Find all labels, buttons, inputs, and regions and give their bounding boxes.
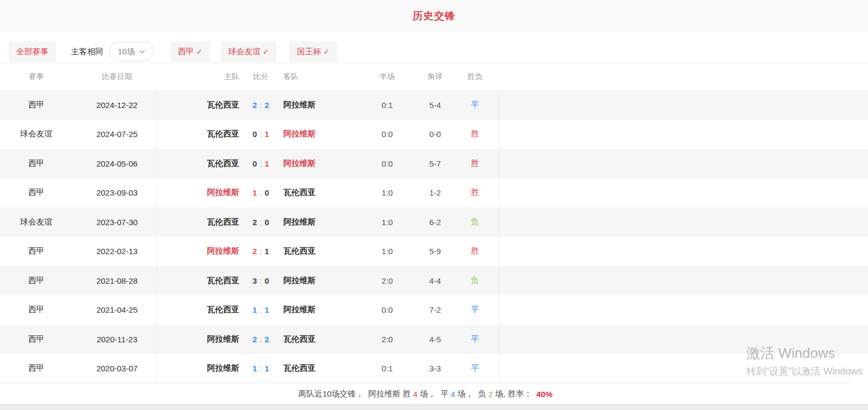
cell-result: 平 bbox=[451, 100, 499, 110]
match-count-dropdown[interactable]: 10场 bbox=[110, 42, 154, 61]
cell-away-team: 阿拉维斯 bbox=[282, 129, 355, 139]
cell-competition: 西甲 bbox=[0, 363, 73, 373]
cell-score: 0:1 bbox=[239, 159, 282, 168]
away-team-name: 瓦伦西亚 bbox=[283, 363, 316, 372]
home-score: 1 bbox=[253, 188, 257, 197]
table-row[interactable]: 西甲2021-08-28瓦伦西亚3:0阿拉维斯2:04-4负 bbox=[0, 266, 868, 296]
table-header-row: 赛事 比赛日期 主队 比分 客队 半场 角球 胜负 bbox=[0, 63, 868, 90]
cell-home-team: 瓦伦西亚 bbox=[161, 159, 239, 169]
cell-away-team: 瓦伦西亚 bbox=[282, 188, 355, 198]
away-score: 1 bbox=[265, 247, 269, 256]
filter-same-venue[interactable]: 主客相同 bbox=[71, 41, 103, 62]
cell-corners: 7-2 bbox=[419, 305, 451, 314]
home-team-name: 阿拉维斯 bbox=[207, 246, 239, 255]
home-score: 1 bbox=[253, 305, 257, 314]
home-score: 2 bbox=[253, 100, 257, 110]
cell-date: 2024-12-22 bbox=[73, 100, 161, 110]
table-row[interactable]: 西甲2020-03-07阿拉维斯1:1瓦伦西亚0:13-3平 bbox=[0, 354, 868, 384]
summary-segment: 场, 胜率： bbox=[493, 389, 536, 399]
cell-away-team: 阿拉维斯 bbox=[282, 305, 355, 315]
cell-score: 1:1 bbox=[239, 305, 282, 314]
score-colon: : bbox=[257, 159, 265, 168]
cell-competition: 球会友谊 bbox=[0, 217, 73, 227]
cell-halftime: 0:1 bbox=[355, 100, 419, 110]
cell-result: 平 bbox=[451, 363, 499, 373]
match-count-value: 10场 bbox=[118, 47, 135, 57]
cell-halftime: 1:0 bbox=[355, 188, 419, 197]
table-row[interactable]: 西甲2024-12-22瓦伦西亚2:2阿拉维斯0:15-4平 bbox=[0, 90, 868, 120]
filter-competition-laliga[interactable]: 西甲 ✓ bbox=[170, 41, 210, 62]
score-colon: : bbox=[257, 100, 265, 110]
cell-home-team: 瓦伦西亚 bbox=[161, 276, 239, 286]
cell-competition: 西甲 bbox=[0, 246, 73, 256]
filter-same-venue-label: 主客相同 bbox=[71, 47, 103, 57]
table-row[interactable]: 球会友谊2024-07-25瓦伦西亚0:1阿拉维斯0:00-0胜 bbox=[0, 120, 868, 149]
cell-score: 3:0 bbox=[239, 276, 282, 285]
score-colon: : bbox=[257, 218, 265, 227]
cell-score: 2:2 bbox=[239, 335, 282, 344]
cell-date: 2021-04-25 bbox=[73, 305, 161, 314]
home-score: 2 bbox=[253, 335, 257, 344]
score-colon: : bbox=[257, 130, 265, 139]
cell-away-team: 瓦伦西亚 bbox=[282, 334, 355, 344]
column-divider bbox=[156, 90, 157, 383]
cell-halftime: 0:0 bbox=[355, 159, 419, 168]
cell-corners: 4-4 bbox=[419, 276, 451, 285]
filter-bar: 全部赛事 主客相同 10场 西甲 ✓ 球会友谊 ✓ 国王杯 ✓ bbox=[0, 32, 868, 63]
away-team-name: 阿拉维斯 bbox=[283, 100, 316, 109]
filter-all-label: 全部赛事 bbox=[16, 47, 48, 57]
cell-home-team: 阿拉维斯 bbox=[161, 188, 239, 198]
cell-result: 平 bbox=[451, 305, 499, 315]
table-row[interactable]: 球会友谊2023-07-30瓦伦西亚2:0阿拉维斯1:06-2负 bbox=[0, 207, 868, 237]
cell-corners: 4-5 bbox=[419, 335, 451, 344]
away-score: 1 bbox=[265, 364, 269, 373]
section-header: 历史交锋 bbox=[0, 0, 868, 32]
cell-halftime: 0:1 bbox=[355, 364, 419, 373]
away-score: 0 bbox=[265, 188, 269, 197]
cell-away-team: 阿拉维斯 bbox=[282, 100, 355, 110]
filter-competition-friendly[interactable]: 球会友谊 ✓ bbox=[220, 41, 276, 62]
table-row[interactable]: 西甲2021-04-25瓦伦西亚1:1阿拉维斯0:07-2平 bbox=[0, 296, 868, 325]
away-score: 2 bbox=[265, 100, 269, 110]
col-header-result: 胜负 bbox=[451, 72, 499, 82]
h2h-table: 赛事 比赛日期 主队 比分 客队 半场 角球 胜负 西甲2024-12-22瓦伦… bbox=[0, 63, 868, 383]
home-team-name: 瓦伦西亚 bbox=[207, 305, 239, 314]
checkmark-icon: ✓ bbox=[323, 47, 330, 56]
score-colon: : bbox=[257, 188, 265, 197]
cell-date: 2022-02-13 bbox=[73, 247, 161, 256]
home-score: 0 bbox=[253, 130, 257, 139]
cell-home-team: 阿拉维斯 bbox=[161, 363, 239, 373]
cell-away-team: 阿拉维斯 bbox=[282, 159, 355, 169]
cell-halftime: 1:0 bbox=[355, 247, 419, 256]
score-colon: : bbox=[257, 276, 265, 285]
table-row[interactable]: 西甲2022-02-13阿拉维斯2:1瓦伦西亚1:05-9胜 bbox=[0, 237, 868, 267]
table-row[interactable]: 西甲2023-09-03阿拉维斯1:0瓦伦西亚1:01-2胜 bbox=[0, 178, 868, 208]
home-team-name: 瓦伦西亚 bbox=[207, 276, 239, 285]
away-score: 1 bbox=[265, 305, 269, 314]
filter-competition-copa[interactable]: 国王杯 ✓ bbox=[289, 41, 337, 62]
table-row[interactable]: 西甲2020-11-23阿拉维斯2:2瓦伦西亚2:04-5平 bbox=[0, 325, 868, 354]
cell-score: 2:2 bbox=[239, 100, 282, 110]
cell-corners: 1-2 bbox=[419, 188, 451, 197]
cell-score: 1:1 bbox=[239, 364, 282, 373]
chevron-down-icon bbox=[139, 48, 146, 55]
cell-competition: 西甲 bbox=[0, 276, 73, 286]
col-header-score: 比分 bbox=[239, 72, 282, 82]
cell-competition: 西甲 bbox=[0, 100, 73, 110]
summary-segment: 40% bbox=[536, 390, 552, 399]
table-row[interactable]: 西甲2024-05-06瓦伦西亚0:1阿拉维斯0:05-7胜 bbox=[0, 149, 868, 178]
cell-away-team: 阿拉维斯 bbox=[282, 217, 355, 227]
home-team-name: 阿拉维斯 bbox=[207, 363, 239, 372]
cell-corners: 5-4 bbox=[419, 100, 451, 110]
cell-home-team: 阿拉维斯 bbox=[161, 334, 239, 344]
cell-result: 胜 bbox=[451, 188, 499, 198]
cell-halftime: 2:0 bbox=[355, 276, 419, 285]
cell-corners: 3-3 bbox=[419, 364, 451, 373]
away-team-name: 阿拉维斯 bbox=[283, 159, 316, 168]
col-header-home: 主队 bbox=[161, 72, 239, 82]
home-team-name: 瓦伦西亚 bbox=[207, 217, 239, 226]
cell-corners: 0-0 bbox=[419, 130, 451, 139]
cell-competition: 西甲 bbox=[0, 159, 73, 169]
filter-all-competitions[interactable]: 全部赛事 bbox=[9, 41, 56, 62]
away-team-name: 瓦伦西亚 bbox=[283, 246, 316, 255]
